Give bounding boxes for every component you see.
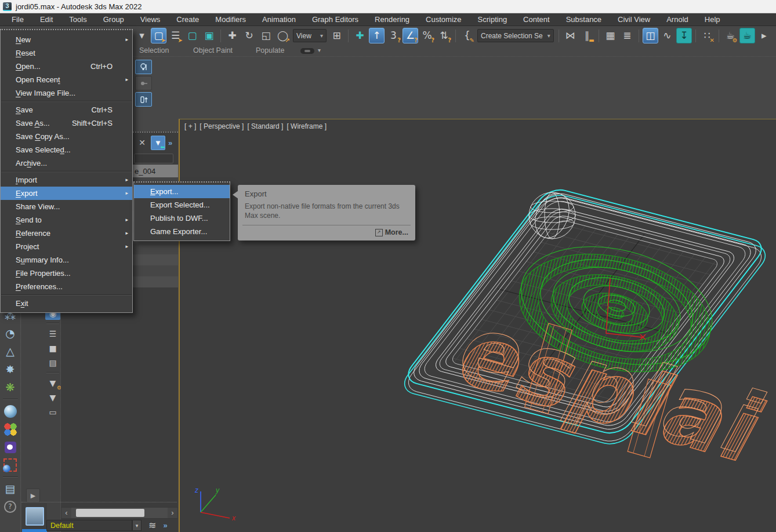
ribbon-tab-selection[interactable]: Selection — [139, 46, 169, 54]
preview-window-icon[interactable] — [2, 457, 19, 473]
align-icon[interactable]: ∥ ▬ — [579, 28, 595, 43]
reference-coordinate-system-dropdown[interactable]: View ▾ — [293, 29, 327, 42]
scene-explorer-toggle-icon[interactable]: ▦ — [603, 28, 618, 43]
menubar-item[interactable]: Graph Editors — [304, 13, 367, 25]
scatter-icon[interactable]: ✸ — [2, 361, 19, 378]
selection-set-dropdown[interactable]: Create Selection Se ▾ — [477, 29, 554, 42]
file-menu-item[interactable]: Save Ctrl+S ▸ — [1, 103, 132, 116]
menubar-item[interactable]: Customize — [418, 13, 469, 25]
menubar-item[interactable]: Animation — [254, 13, 304, 25]
file-menu-item[interactable]: Open Recent ▸ — [1, 73, 132, 86]
layers-stack-icon[interactable]: ≋ — [148, 520, 156, 531]
file-menu-item[interactable]: Export ▸ — [1, 187, 132, 200]
layer-explorer-toggle-icon[interactable]: ≣ — [619, 28, 635, 43]
horizontal-scrollbar[interactable]: ‹ › — [61, 507, 178, 519]
viewport-menu-pov[interactable]: [ Perspective ] — [200, 122, 244, 130]
menubar-item[interactable]: Rendering — [367, 13, 418, 25]
menubar-item[interactable]: Tools — [61, 13, 95, 25]
rectangular-selection-region-icon[interactable]: ▢ — [184, 28, 200, 43]
menubar-item[interactable]: Create — [168, 13, 207, 25]
viewport-menu-general[interactable]: [ + ] — [184, 122, 196, 130]
file-menu-item[interactable]: Project ▸ — [1, 240, 132, 253]
menubar-item[interactable]: Civil View — [610, 13, 658, 25]
workspace-dropdown[interactable]: Default — [46, 520, 132, 531]
scroll-right-icon[interactable]: › — [168, 508, 177, 518]
file-menu-item[interactable]: Send to ▸ — [1, 213, 132, 227]
flask-icon[interactable] — [135, 92, 152, 107]
material-sphere-icon[interactable] — [2, 403, 19, 420]
chevron-down-icon[interactable]: ▾ — [318, 47, 321, 53]
select-by-name-icon[interactable]: ☰ ➤ — [168, 28, 183, 43]
spinner-snap-icon[interactable]: ⇅ ? — [436, 28, 452, 43]
filter-icon[interactable]: ▼ ⬅ — [151, 136, 165, 150]
file-menu-item[interactable]: Reference ▸ — [1, 227, 132, 240]
snaps-toggle-icon[interactable]: ✚ — [352, 28, 368, 43]
file-menu-item[interactable]: Archive... ▸ — [1, 156, 132, 170]
lightbulb-icon[interactable] — [135, 60, 152, 74]
help-icon[interactable]: ? — [2, 498, 19, 515]
file-menu-item[interactable]: New ▸ — [1, 33, 132, 46]
substance-icon[interactable] — [2, 439, 19, 456]
viewport-layout-tab[interactable] — [22, 503, 47, 532]
ribbon-toggle-icon[interactable]: ◫ — [643, 28, 658, 43]
snap-3d-icon[interactable]: 3 ? — [386, 28, 401, 43]
filter-settings-icon[interactable]: ▼ ⚙ — [45, 376, 60, 389]
angle-snap-icon[interactable]: ∠ ? — [402, 28, 418, 43]
close-icon[interactable]: ✕ — [135, 136, 149, 150]
schematic-view-icon[interactable]: ↧ — [676, 28, 692, 43]
scrollbar-thumb[interactable] — [76, 509, 144, 517]
foliage-icon[interactable]: ❋ — [2, 379, 19, 396]
file-menu-item[interactable]: Summary Info... ▸ — [1, 253, 132, 267]
curve-editor-icon[interactable]: ∿ — [659, 28, 675, 43]
select-and-move-icon[interactable]: ✚ — [224, 28, 240, 43]
window-crossing-icon[interactable]: ▣ — [201, 28, 217, 43]
filter-icon[interactable]: ▼ — [45, 391, 60, 404]
percent-snap-icon[interactable]: % ? — [419, 28, 435, 43]
file-menu-item[interactable]: Import ▸ — [1, 173, 132, 187]
menubar-item[interactable]: Edit — [32, 13, 61, 25]
named-selection-sets-icon[interactable]: { ✎ — [459, 28, 475, 43]
export-submenu-item[interactable]: Export Selected... — [134, 198, 230, 212]
chevron-down-icon[interactable]: ▾ — [132, 520, 142, 531]
mirror-icon[interactable]: ⋈ — [563, 28, 578, 43]
menubar-item[interactable]: Content — [515, 13, 558, 25]
render-flyout-icon[interactable]: ▸ — [756, 28, 772, 43]
viewport[interactable]: [ + ] [ Perspective ] [ Standard ] [ Wir… — [179, 119, 776, 532]
material-editor-icon[interactable]: ∷ ✕ — [699, 28, 715, 43]
menubar-item[interactable]: Substance — [558, 13, 610, 25]
menubar-item[interactable]: Modifiers — [207, 13, 254, 25]
play-icon[interactable]: ▶ — [26, 489, 40, 502]
export-submenu-item[interactable]: Export... — [134, 185, 230, 198]
ribbon-tab-populate[interactable]: Populate — [256, 46, 284, 54]
list-view-icon[interactable]: ☰ — [45, 327, 60, 340]
pin-icon[interactable] — [135, 76, 152, 90]
ribbon-tab-object-paint[interactable]: Object Paint — [193, 46, 233, 54]
xref-pyramid-icon[interactable]: △ — [2, 343, 19, 360]
geometry-filter-icon[interactable]: ■ — [45, 341, 60, 355]
container-icon[interactable]: ▭ — [45, 405, 60, 418]
select-and-rotate-icon[interactable]: ↻ — [241, 28, 257, 43]
viewport-menu-renderer[interactable]: [ Standard ] — [247, 122, 283, 130]
chevrons-icon[interactable]: » — [163, 521, 167, 530]
scroll-left-icon[interactable]: ‹ — [61, 508, 71, 518]
viewport-canvas[interactable]: esplai esplai — [180, 119, 776, 532]
select-and-scale-icon[interactable]: ◱ — [258, 28, 274, 43]
chevrons-icon[interactable]: » — [168, 139, 172, 147]
properties-icon[interactable]: ▤ — [45, 356, 60, 369]
menubar-item[interactable]: Group — [95, 13, 132, 25]
file-menu-item[interactable]: View Image File... ▸ — [1, 86, 132, 100]
viewport-menu-shading[interactable]: [ Wireframe ] — [287, 122, 327, 130]
menubar-item[interactable]: Help — [697, 13, 728, 25]
menubar-item[interactable]: Views — [132, 13, 168, 25]
clipboard-icon[interactable]: ▤ — [2, 480, 19, 497]
export-submenu-item[interactable]: Publish to DWF... — [134, 212, 230, 225]
color-swatches-icon[interactable] — [2, 421, 19, 438]
rendered-frame-window-icon[interactable]: ☕ — [739, 28, 755, 43]
keyboard-override-icon[interactable]: ↑ — [369, 28, 385, 43]
file-menu-item[interactable]: Save As... Shift+Ctrl+S ▸ — [1, 116, 132, 130]
flyout-history-icon[interactable]: ▾ — [134, 28, 150, 43]
ribbon-collapse-button[interactable] — [300, 48, 314, 54]
file-menu-item[interactable]: Open... Ctrl+O ▸ — [1, 60, 132, 73]
file-menu-item[interactable]: Preferences... ▸ — [1, 280, 132, 293]
use-pivot-point-icon[interactable]: ⊞ — [329, 28, 345, 43]
